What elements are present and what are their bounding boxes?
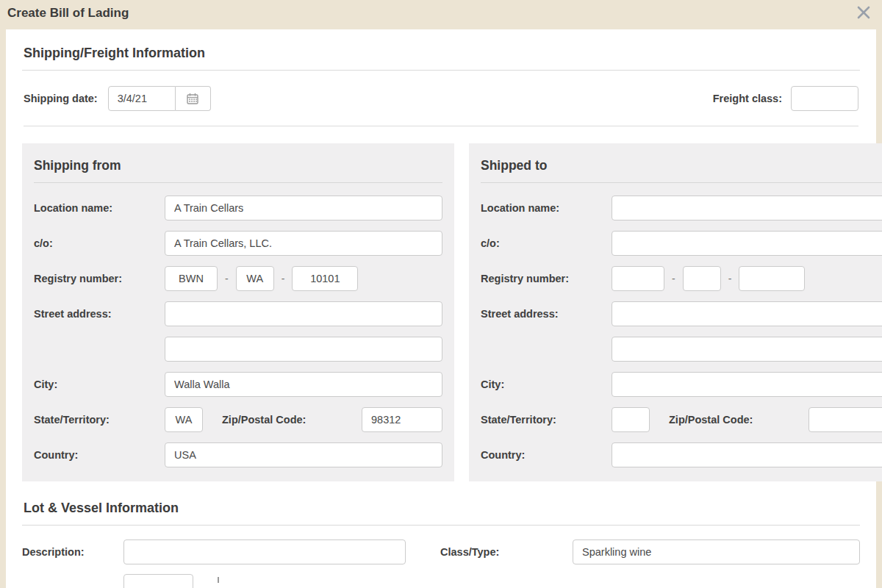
- field-row-city: City:: [481, 372, 882, 397]
- state-territory-label: State/Territory:: [34, 414, 165, 426]
- registry-number-label: Registry number:: [481, 273, 612, 284]
- field-row-registry-number: Registry number: - -: [481, 266, 882, 291]
- shipping-from-panel: Shipping from Location name: c/o: Regist…: [22, 143, 454, 481]
- field-row-country: Country:: [481, 442, 882, 467]
- freight-class-label: Freight class:: [713, 93, 782, 104]
- freight-class-input[interactable]: [791, 86, 858, 111]
- field-row-street-address-2: [481, 337, 882, 362]
- field-row-state-zip: State/Territory: Zip/Postal Code:: [34, 407, 442, 432]
- bill-of-lading-form: Shipping/Freight Information Shipping da…: [6, 29, 876, 588]
- calendar-icon: [186, 92, 199, 105]
- city-input[interactable]: [612, 372, 882, 397]
- partial-input[interactable]: [123, 574, 193, 588]
- section-title-lot-vessel: Lot & Vessel Information: [22, 499, 860, 526]
- location-name-label: Location name:: [481, 202, 612, 214]
- field-row-location-name: Location name:: [34, 196, 442, 220]
- street-address-label: Street address:: [481, 308, 612, 320]
- street-address-line2-input[interactable]: [165, 337, 442, 362]
- address-panels: Shipping from Location name: c/o: Regist…: [22, 143, 860, 481]
- street-address-label: Street address:: [34, 308, 165, 320]
- field-row-care-of: c/o:: [481, 231, 882, 256]
- care-of-input[interactable]: [612, 231, 882, 256]
- care-of-label: c/o:: [481, 237, 612, 249]
- country-label: Country:: [481, 449, 612, 461]
- registry-part2-input[interactable]: [236, 266, 274, 291]
- registry-separator: -: [282, 273, 285, 284]
- field-row-street-address: Street address:: [481, 301, 882, 326]
- field-row-city: City:: [34, 372, 442, 397]
- registry-part3-input[interactable]: [292, 266, 358, 291]
- field-row-state-zip: State/Territory: Zip/Postal Code:: [481, 407, 882, 432]
- partial-text-mark: [218, 577, 219, 583]
- registry-separator: -: [672, 273, 675, 284]
- section-title-shipping-freight: Shipping/Freight Information: [22, 44, 860, 71]
- shipping-date-label: Shipping date:: [24, 93, 98, 104]
- city-input[interactable]: [165, 372, 442, 397]
- dialog-title: Create Bill of Lading: [7, 6, 129, 21]
- registry-part3-input[interactable]: [739, 266, 805, 291]
- state-territory-input[interactable]: [165, 407, 203, 432]
- zip-postal-code-label: Zip/Postal Code:: [222, 414, 353, 426]
- registry-separator: -: [728, 273, 732, 284]
- shipping-date-input[interactable]: [108, 86, 176, 111]
- location-name-label: Location name:: [34, 202, 165, 214]
- registry-part1-input[interactable]: [612, 266, 664, 291]
- close-icon[interactable]: [856, 4, 872, 21]
- street-address-line1-input[interactable]: [612, 301, 882, 326]
- state-territory-label: State/Territory:: [481, 414, 612, 426]
- street-address-line2-input[interactable]: [612, 337, 882, 362]
- location-name-input[interactable]: [165, 196, 442, 220]
- country-input[interactable]: [165, 442, 442, 467]
- location-name-input[interactable]: [612, 196, 882, 220]
- city-label: City:: [34, 379, 165, 390]
- country-input[interactable]: [612, 442, 882, 467]
- shipped-to-title: Shipped to: [481, 155, 882, 183]
- street-address-line1-input[interactable]: [165, 301, 442, 326]
- class-type-label: Class/Type:: [440, 546, 573, 558]
- field-row-location-name: Location name:: [481, 196, 882, 220]
- field-row-street-address: Street address:: [34, 301, 442, 326]
- registry-part2-input[interactable]: [683, 266, 721, 291]
- shipping-date-row: Shipping date: Freight class:: [24, 86, 858, 126]
- field-row-country: Country:: [34, 442, 442, 467]
- care-of-input[interactable]: [165, 231, 442, 256]
- description-label: Description:: [22, 546, 123, 558]
- shipping-date-group: [108, 86, 211, 111]
- registry-separator: -: [225, 273, 229, 284]
- field-row-care-of: c/o:: [34, 231, 442, 256]
- description-input[interactable]: [123, 539, 406, 564]
- shipped-to-panel: Shipped to Location name: c/o: Registry …: [469, 143, 882, 481]
- partial-row: [22, 574, 860, 588]
- registry-part1-input[interactable]: [165, 266, 218, 291]
- zip-postal-code-label: Zip/Postal Code:: [669, 414, 800, 426]
- calendar-button[interactable]: [176, 86, 211, 111]
- care-of-label: c/o:: [34, 237, 165, 249]
- country-label: Country:: [34, 449, 165, 461]
- zip-postal-code-input[interactable]: [362, 407, 442, 432]
- zip-postal-code-input[interactable]: [808, 407, 882, 432]
- shipping-from-title: Shipping from: [34, 155, 442, 183]
- dialog-titlebar: Create Bill of Lading: [0, 0, 882, 29]
- class-type-input[interactable]: [573, 539, 860, 564]
- field-row-registry-number: Registry number: - -: [34, 266, 442, 291]
- lot-vessel-row: Description: Class/Type:: [22, 539, 860, 564]
- state-territory-input[interactable]: [612, 407, 650, 432]
- registry-number-label: Registry number:: [34, 273, 165, 284]
- field-row-street-address-2: [34, 337, 442, 362]
- city-label: City:: [481, 379, 612, 390]
- freight-class-group: Freight class:: [713, 86, 858, 111]
